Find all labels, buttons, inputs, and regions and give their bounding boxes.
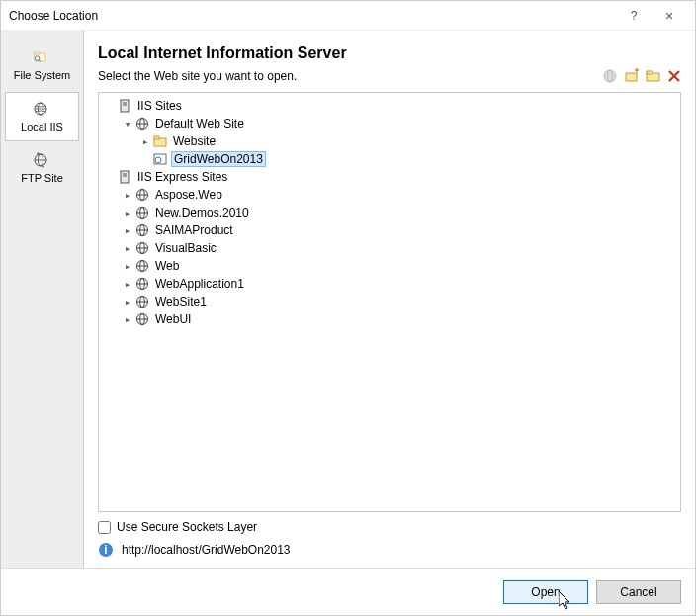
new-vdir-disabled-icon [602, 68, 618, 84]
tree-node[interactable]: ▸Web [121, 257, 680, 275]
ssl-label: Use Secure Sockets Layer [117, 520, 257, 534]
sidebar-item-ftp[interactable]: FTP Site [5, 143, 79, 193]
tree-node[interactable]: ▸Aspose.Web [121, 186, 680, 204]
svg-rect-12 [626, 73, 637, 81]
webapp-icon [152, 151, 168, 167]
globe-icon [134, 276, 150, 292]
svg-rect-27 [121, 171, 129, 183]
globe-icon [134, 294, 150, 309]
tree-node[interactable]: ▸WebApplication1 [121, 275, 680, 293]
sidebar-item-label: File System [14, 69, 70, 81]
page-subtext: Select the Web site you want to open. [98, 69, 602, 83]
chevron-down-icon[interactable]: ▾ [121, 118, 134, 131]
main-panel: Local Internet Information Server Select… [84, 31, 695, 568]
tree-label: Default Web Site [153, 117, 246, 131]
globe-icon [134, 258, 150, 274]
globe-icon [134, 311, 150, 327]
page-heading: Local Internet Information Server [98, 44, 681, 62]
site-tree[interactable]: IIS Sites ▾ Default Web Site [98, 92, 681, 512]
tree-label: WebApplication1 [153, 277, 246, 291]
tree-node-iis-express[interactable]: IIS Express Sites [103, 168, 680, 186]
chevron-right-icon[interactable]: ▸ [121, 260, 134, 273]
sidebar: File System Local IIS FTP Site [1, 31, 84, 568]
svg-rect-1 [35, 52, 40, 54]
window-title: Choose Location [9, 9, 616, 23]
tree-label: WebUI [153, 312, 193, 326]
sidebar-item-label: FTP Site [21, 172, 63, 184]
dialog-body: File System Local IIS FTP Site Local Int… [1, 31, 695, 568]
sidebar-item-local-iis[interactable]: Local IIS [5, 92, 79, 141]
tree-label: VisualBasic [153, 241, 218, 255]
chevron-right-icon[interactable]: ▸ [121, 313, 134, 326]
tree-label: IIS Sites [135, 99, 184, 113]
tree-node[interactable]: ▸WebUI [121, 310, 680, 328]
svg-point-10 [604, 70, 616, 82]
tree-node-default-site[interactable]: ▾ Default Web Site [121, 115, 680, 132]
tree-node-gridwebon2013[interactable]: GridWebOn2013 [138, 150, 680, 168]
chevron-right-icon[interactable]: ▸ [121, 278, 134, 291]
server-icon [117, 98, 132, 114]
new-app-button[interactable] [624, 68, 640, 84]
tree-label: Website [171, 134, 218, 148]
close-button[interactable]: × [652, 8, 687, 24]
svg-rect-17 [121, 100, 129, 112]
info-row: i http://localhost/GridWebOn2013 [98, 542, 681, 558]
tree-node[interactable]: ▸New.Demos.2010 [121, 204, 680, 221]
sidebar-item-filesystem[interactable]: File System [5, 41, 79, 90]
open-folder-button[interactable] [646, 68, 661, 84]
tree-label-selected: GridWebOn2013 [171, 151, 266, 167]
tree-node[interactable]: ▸SAIMAProduct [121, 221, 680, 239]
delete-button[interactable] [667, 69, 681, 83]
tree-label: WebSite1 [153, 295, 209, 308]
chevron-right-icon[interactable]: ▸ [121, 224, 134, 237]
globe-icon [134, 240, 150, 256]
svg-rect-24 [154, 136, 159, 139]
ssl-checkbox[interactable] [98, 521, 111, 534]
chevron-right-icon[interactable]: ▸ [121, 296, 134, 308]
globe-arrows-icon [33, 152, 48, 168]
sidebar-item-label: Local IIS [21, 121, 63, 132]
globe-icon [134, 222, 150, 238]
cancel-button[interactable]: Cancel [596, 580, 681, 604]
chevron-right-icon[interactable]: ▸ [138, 135, 152, 148]
tree-label: Aspose.Web [153, 188, 224, 202]
help-button[interactable]: ? [616, 9, 652, 23]
globe-icon [134, 187, 150, 203]
tree-node[interactable]: ▸WebSite1 [121, 293, 680, 310]
dialog-footer: Open Cancel [1, 568, 695, 615]
tree-label: SAIMAProduct [153, 223, 235, 237]
svg-text:i: i [104, 543, 107, 557]
tree-node-website[interactable]: ▸ Website [138, 132, 680, 150]
chevron-right-icon[interactable]: ▸ [121, 207, 134, 220]
server-icon [117, 169, 132, 185]
tree-label: IIS Express Sites [135, 170, 229, 184]
chevron-right-icon[interactable]: ▸ [121, 242, 134, 255]
url-text: http://localhost/GridWebOn2013 [122, 543, 291, 557]
toolbar [602, 68, 681, 84]
info-icon: i [98, 542, 114, 558]
svg-rect-14 [647, 71, 652, 74]
globe-icon [134, 205, 150, 220]
tree-label: Web [153, 259, 181, 273]
titlebar: Choose Location ? × [1, 1, 695, 31]
folder-search-icon [33, 49, 48, 65]
ssl-row: Use Secure Sockets Layer [98, 520, 681, 534]
tree-node-iis-sites[interactable]: IIS Sites [103, 97, 680, 115]
chevron-right-icon[interactable]: ▸ [121, 189, 134, 202]
folder-icon [152, 133, 168, 149]
tree-label: New.Demos.2010 [153, 206, 251, 220]
open-button[interactable]: Open [503, 580, 588, 604]
globe-icon [134, 116, 150, 132]
tree-node[interactable]: ▸VisualBasic [121, 239, 680, 257]
globe-icon [33, 101, 48, 117]
